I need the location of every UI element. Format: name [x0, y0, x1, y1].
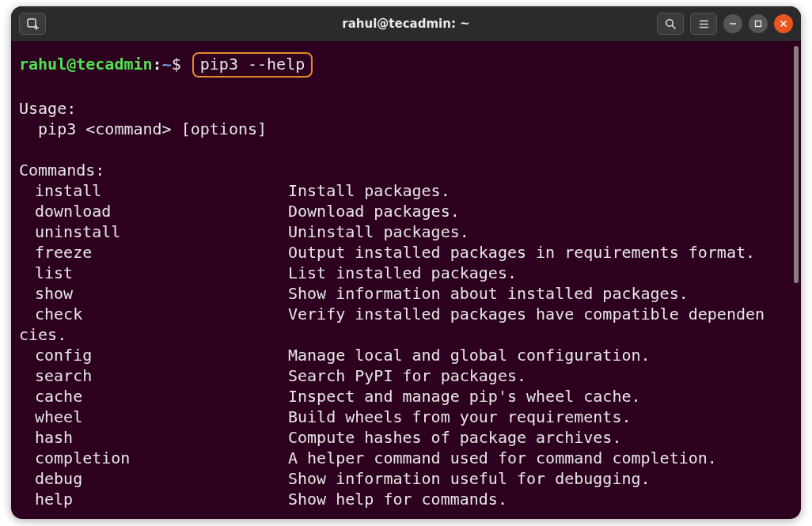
prompt-user-host: rahul@tecadmin	[19, 55, 153, 74]
command-name: check	[19, 304, 288, 324]
prompt-line: rahul@tecadmin:~$ pip3 --help	[19, 52, 801, 78]
close-button[interactable]	[774, 14, 793, 33]
command-row: debugShow information useful for debuggi…	[19, 468, 801, 489]
command-name: hash	[19, 427, 288, 448]
command-name: help	[19, 489, 288, 509]
svg-line-4	[672, 25, 675, 28]
command-row: configManage local and global configurat…	[19, 345, 801, 365]
terminal-body[interactable]: rahul@tecadmin:~$ pip3 --help Usage: pip…	[11, 41, 801, 519]
blank-line	[19, 78, 801, 98]
new-tab-icon	[26, 17, 39, 30]
command-desc: Show help for commands.	[288, 489, 801, 509]
command-row: cacheInspect and manage pip's wheel cach…	[19, 386, 801, 407]
command-desc: A helper command used for command comple…	[288, 448, 801, 468]
usage-header: Usage:	[19, 98, 801, 119]
svg-rect-0	[28, 19, 36, 27]
menu-button[interactable]	[690, 13, 717, 35]
command-name: show	[19, 283, 288, 304]
scrollbar[interactable]	[794, 46, 799, 283]
command-name: freeze	[19, 242, 288, 263]
commands-header: Commands:	[19, 160, 801, 180]
close-icon	[780, 20, 787, 28]
command-row: checkVerify installed packages have comp…	[19, 304, 801, 324]
command-desc: List installed packages.	[288, 263, 801, 283]
command-desc: Show information useful for debugging.	[288, 468, 801, 489]
command-row: helpShow help for commands.	[19, 489, 801, 509]
blank-line	[19, 139, 801, 160]
command-name: install	[19, 180, 288, 201]
command-desc: Build wheels from your requirements.	[288, 407, 801, 427]
command-name: uninstall	[19, 221, 288, 242]
maximize-button[interactable]	[749, 14, 768, 33]
minimize-icon	[729, 20, 737, 28]
titlebar: rahul@tecadmin: ~	[11, 6, 801, 41]
command-row: downloadDownload packages.	[19, 201, 801, 221]
command-desc: Verify installed packages have compatibl…	[288, 304, 801, 324]
command-name: download	[19, 201, 288, 221]
command-row: hashCompute hashes of package archives.	[19, 427, 801, 448]
terminal-window: rahul@tecadmin: ~	[11, 6, 801, 519]
command-name: list	[19, 263, 288, 283]
svg-rect-9	[756, 21, 761, 27]
command-name: debug	[19, 468, 288, 489]
command-name: search	[19, 365, 288, 386]
command-desc: Compute hashes of package archives.	[288, 427, 801, 448]
command-desc: Install packages.	[288, 180, 801, 201]
command-name: completion	[19, 448, 288, 468]
command-desc: Manage local and global configuration.	[288, 345, 801, 365]
prompt-dollar: $	[172, 55, 181, 74]
command-desc: Uninstall packages.	[288, 221, 801, 242]
command-row: completionA helper command used for comm…	[19, 448, 801, 468]
svg-point-3	[666, 19, 672, 25]
command-row: installInstall packages.	[19, 180, 801, 201]
command-desc-wrap: cies.	[19, 324, 801, 345]
command-row: searchSearch PyPI for packages.	[19, 365, 801, 386]
hamburger-icon	[698, 18, 710, 30]
command-desc: Show information about installed package…	[288, 283, 801, 304]
command-desc: Inspect and manage pip's wheel cache.	[288, 386, 801, 407]
prompt-colon: :	[153, 55, 162, 74]
search-icon	[665, 18, 677, 30]
command-row: wheelBuild wheels from your requirements…	[19, 407, 801, 427]
prompt-path: ~	[162, 55, 172, 74]
usage-line: pip3 <command> [options]	[19, 119, 801, 139]
command-desc: Search PyPI for packages.	[288, 365, 801, 386]
command-desc: Output installed packages in requirement…	[288, 242, 801, 263]
command-row: uninstallUninstall packages.	[19, 221, 801, 242]
search-button[interactable]	[657, 13, 684, 35]
command-row: showShow information about installed pac…	[19, 283, 801, 304]
maximize-icon	[754, 20, 762, 28]
commands-list: installInstall packages.downloadDownload…	[19, 180, 801, 509]
command-name: cache	[19, 386, 288, 407]
command-highlight: pip3 --help	[192, 52, 313, 78]
minimize-button[interactable]	[723, 14, 742, 33]
command-text: pip3 --help	[200, 55, 305, 74]
command-name: config	[19, 345, 288, 365]
command-name: wheel	[19, 407, 288, 427]
command-desc: Download packages.	[288, 201, 801, 221]
command-row: listList installed packages.	[19, 263, 801, 283]
new-tab-button[interactable]	[19, 13, 46, 35]
command-row: freezeOutput installed packages in requi…	[19, 242, 801, 263]
